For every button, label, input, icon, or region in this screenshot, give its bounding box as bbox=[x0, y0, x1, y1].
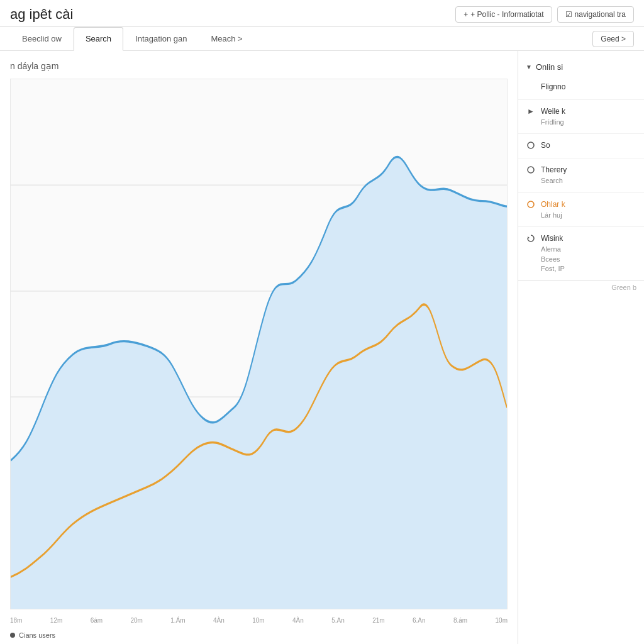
sidebar-item-title-so: So bbox=[541, 141, 550, 150]
pollic-btn-label: + Pollic - Informatiotat bbox=[470, 10, 543, 19]
page-title: ag ipêt cài bbox=[10, 6, 73, 23]
svg-marker-7 bbox=[528, 236, 530, 239]
legend-label: Cians users bbox=[19, 631, 55, 639]
tab-beeclid[interactable]: Beeclid ow bbox=[10, 27, 74, 51]
chart-area: n dáyla gạm 18m bbox=[0, 51, 518, 644]
tab-meach[interactable]: Meach > bbox=[199, 27, 254, 51]
chevron-down-icon: ▼ bbox=[526, 64, 532, 70]
tabs-bar: Beeclid ow Search Intagation gan Meach >… bbox=[0, 27, 644, 51]
plus-icon: + bbox=[464, 10, 468, 19]
sidebar-section-header[interactable]: ▼ Onlin si bbox=[518, 58, 644, 75]
circle-icon-so bbox=[526, 140, 536, 150]
header: ag ipêt cài + + Pollic - Informatiotat ☑… bbox=[0, 0, 644, 27]
svg-point-5 bbox=[528, 167, 534, 173]
tab-intagation[interactable]: Intagation gan bbox=[123, 27, 199, 51]
rotate-icon bbox=[526, 233, 536, 243]
sidebar-item-weile[interactable]: ► Weile k Frídling bbox=[518, 100, 644, 134]
sidebar-item-ohlar[interactable]: Ohlar k Lár huj bbox=[518, 193, 644, 227]
sidebar-item-title-ohlar: Ohlar k bbox=[541, 200, 565, 209]
sidebar: ▼ Onlin si Flignno ► Weile k Frídling bbox=[518, 51, 644, 644]
sidebar-item-title-weile: Weile k bbox=[541, 107, 565, 116]
sidebar-item-header-ohlar: Ohlar k bbox=[526, 199, 636, 209]
sidebar-section-title: Onlin si bbox=[536, 62, 563, 72]
sidebar-item-sub-therery: Search bbox=[526, 176, 636, 186]
chart-legend: Cians users bbox=[10, 626, 518, 644]
svg-point-4 bbox=[528, 142, 534, 148]
tab-search[interactable]: Search bbox=[74, 27, 123, 51]
sidebar-item-wisink[interactable]: Wisink AlernaBceesFost, IP bbox=[518, 227, 644, 280]
header-actions: + + Pollic - Informatiotat ☑ navigationa… bbox=[455, 6, 634, 23]
x-axis-labels: 18m 12m 6ám 20m 1.Ám 4Àn 10m 4Àn 5.An 21… bbox=[10, 614, 518, 626]
sidebar-item-title-therery: Therery bbox=[541, 165, 567, 174]
circle-icon-therery bbox=[526, 165, 536, 175]
tabs-left: Beeclid ow Search Intagation gan Meach > bbox=[10, 27, 255, 50]
sidebar-item-title-wisink: Wisink bbox=[541, 234, 563, 243]
nav-btn[interactable]: ☑ navigational tra bbox=[557, 6, 634, 23]
circle-icon-ohlar bbox=[526, 199, 536, 209]
sidebar-item-header-so: So bbox=[526, 140, 636, 150]
tabs-right: Geed > bbox=[592, 31, 634, 47]
sidebar-item-sub-weile: Frídling bbox=[526, 118, 636, 127]
sidebar-item-flignno[interactable]: Flignno bbox=[518, 75, 644, 100]
sidebar-item-icon bbox=[526, 82, 536, 92]
sidebar-item-header-wisink: Wisink bbox=[526, 233, 636, 243]
sidebar-item-therery[interactable]: Therery Search bbox=[518, 158, 644, 192]
arrow-right-icon: ► bbox=[526, 106, 536, 116]
legend-dot bbox=[10, 633, 15, 638]
sidebar-item-so[interactable]: So bbox=[518, 134, 644, 158]
sidebar-item-sub-wisink: AlernaBceesFost, IP bbox=[526, 245, 636, 274]
bottom-hint: Green b bbox=[518, 280, 644, 294]
svg-point-6 bbox=[528, 201, 534, 208]
chart-title: n dáyla gạm bbox=[10, 61, 518, 71]
main-content: n dáyla gạm 18m bbox=[0, 51, 644, 644]
nav-btn-label: navigational tra bbox=[575, 10, 626, 19]
geed-btn[interactable]: Geed > bbox=[592, 31, 634, 47]
chart-container[interactable] bbox=[10, 79, 508, 609]
sidebar-item-header-therery: Therery bbox=[526, 165, 636, 175]
checkbox-icon: ☑ bbox=[565, 10, 572, 19]
sidebar-item-title: Flignno bbox=[541, 82, 565, 91]
pollic-btn[interactable]: + + Pollic - Informatiotat bbox=[455, 6, 552, 23]
geed-btn-label: Geed > bbox=[601, 35, 626, 43]
sidebar-item-header: Flignno bbox=[526, 82, 636, 92]
sidebar-item-sub-ohlar: Lár huj bbox=[526, 211, 636, 220]
sidebar-item-header-weile: ► Weile k bbox=[526, 106, 636, 116]
